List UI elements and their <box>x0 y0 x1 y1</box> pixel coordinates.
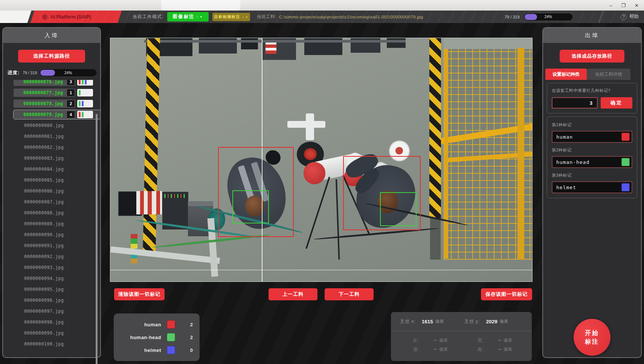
detection-annotation-mode-dropdown[interactable]: 目标检测标注 ▼ <box>212 13 250 21</box>
maximize-icon[interactable]: ❐ <box>621 3 626 8</box>
confirm-button[interactable]: 确定 <box>601 97 632 109</box>
file-list-item[interactable]: 0000000080.jpg <box>14 121 100 130</box>
box-width-value: -- <box>492 338 501 343</box>
mark-name-input[interactable]: human <box>552 131 632 143</box>
file-list-item[interactable]: 0000000100.jpg <box>14 340 100 348</box>
tab-set-mark-types[interactable]: 设置标记种类 <box>545 69 587 80</box>
pixel-unit-label: 像素 <box>435 319 444 324</box>
coordinates-info-panel: 叉丝 x: 1615 像素 叉丝 y: 2029 像素 左: -- 像素 宽: … <box>391 312 532 361</box>
close-icon[interactable]: ✕ <box>635 3 639 8</box>
minimize-icon[interactable]: – <box>609 3 612 8</box>
pixel-unit-label: 像素 <box>504 338 512 343</box>
box-height-value: -- <box>492 347 501 352</box>
file-list-item[interactable]: 0000000088.jpg <box>14 208 100 217</box>
file-list-item[interactable]: 0000000078.jpg2 <box>14 99 100 108</box>
file-list-item[interactable]: 0000000085.jpg <box>14 176 100 185</box>
file-list-item[interactable]: 0000000083.jpg <box>14 154 100 163</box>
progress-count-text: 79 / 319 <box>23 70 37 75</box>
select-output-path-button[interactable]: 选择成品存放路径 <box>560 50 624 63</box>
pixel-unit-label: 像素 <box>504 347 512 352</box>
file-name: 0000000081.jpg <box>24 134 64 139</box>
input-port-title: 入埠 <box>3 28 100 43</box>
save-all-marks-button[interactable]: 保存该图一切标记 <box>481 288 532 300</box>
start-annotation-button[interactable]: 开始 标注 <box>574 319 610 356</box>
bbox-human-head-left[interactable] <box>232 190 269 224</box>
file-list-item[interactable]: 0000000082.jpg <box>14 143 100 152</box>
chevron-down-icon: ▼ <box>243 16 249 18</box>
next-item-button[interactable]: 下一工料 <box>325 288 374 300</box>
photo-fence-post <box>517 48 524 260</box>
file-list-scrollbar[interactable] <box>96 114 98 364</box>
file-list-item[interactable]: 0000000091.jpg <box>14 241 100 250</box>
tab-current-item-detail[interactable]: 当前工料详情 <box>587 69 630 80</box>
file-list-item[interactable]: 0000000098.jpg <box>14 318 100 327</box>
file-name-bubble: 0000000076.jpg3 <box>14 80 75 86</box>
file-name: 0000000086.jpg <box>24 188 64 194</box>
image-annotation-mode-label: 图像标注 <box>173 14 195 20</box>
box-top-value: -- <box>428 347 437 352</box>
bbox-human-head-right[interactable] <box>380 192 417 226</box>
legend-count: 2 <box>190 322 193 327</box>
current-file-bar: 当前工料: C:\simmir-projects\saip\projects\s… <box>257 11 423 23</box>
legend-row: helmet0 <box>114 344 200 356</box>
file-list-item[interactable]: 0000000096.jpg <box>14 296 100 305</box>
brand-banner: AI Platform (SAIP) <box>31 11 122 23</box>
app-bar: AI Platform (SAIP) 当前工作模式: 图像标注 ▼ 目标检测标注… <box>0 11 644 23</box>
mark-name-input[interactable]: human-head <box>552 156 632 168</box>
clear-all-marks-button[interactable]: 清除该图一切标记 <box>114 288 165 300</box>
file-list-item[interactable]: 0000000087.jpg <box>14 197 100 206</box>
previous-item-button[interactable]: 上一工料 <box>269 288 317 300</box>
annotation-color-chip <box>77 100 93 107</box>
sidebar-progress-row: 进度: 79 / 319 24% <box>8 69 96 76</box>
file-list-item[interactable]: 0000000084.jpg <box>14 165 100 174</box>
file-list-item[interactable]: 0000000089.jpg <box>14 219 100 228</box>
crosshair-x-value: 1615 <box>422 319 433 324</box>
mark-color-swatch[interactable] <box>621 183 630 191</box>
mark-count-input[interactable]: 3 <box>552 97 598 109</box>
file-list-item[interactable]: 0000000095.jpg <box>14 285 100 294</box>
file-name: 0000000083.jpg <box>24 156 64 161</box>
file-list-item[interactable]: 0000000094.jpg <box>14 274 100 283</box>
file-name: 0000000087.jpg <box>24 199 64 205</box>
help-button[interactable]: ? 帮助 <box>621 11 639 23</box>
crosshair-horizontal-line <box>110 270 532 271</box>
image-annotation-mode-dropdown[interactable]: 图像标注 ▼ <box>167 12 209 21</box>
annotation-color-chip <box>77 80 93 86</box>
crosshair-y-value: 2029 <box>486 319 497 324</box>
progress-label: 进度: <box>8 70 20 76</box>
progress-percent-label: 24% <box>40 70 96 76</box>
brand-title: AI Platform (SAIP) <box>50 14 91 20</box>
file-list-item[interactable]: 0000000093.jpg <box>14 263 100 272</box>
legend-class-label: human <box>114 322 161 327</box>
file-list[interactable]: 0000000076.jpg30000000077.jpg10000000078… <box>3 80 100 348</box>
file-list-item[interactable]: 0000000099.jpg <box>14 329 100 338</box>
mark-types-group: 第1种标记human第2种标记human-head第3种标记helmet <box>547 116 637 198</box>
mark-color-swatch[interactable] <box>621 158 630 166</box>
file-list-item[interactable]: 0000000076.jpg3 <box>14 80 100 86</box>
file-name: 0000000077.jpg <box>23 90 63 95</box>
brand-logo-icon <box>42 14 47 20</box>
file-name-bubble: 0000000078.jpg2 <box>14 99 75 108</box>
current-file-label: 当前工料: <box>257 14 276 20</box>
file-list-item[interactable]: 0000000077.jpg1 <box>14 88 100 97</box>
file-list-item[interactable]: 0000000090.jpg <box>14 230 100 239</box>
mark-color-swatch[interactable] <box>621 133 630 141</box>
progress-bar: 24% <box>524 14 572 20</box>
select-source-path-button[interactable]: 选择工料源路径 <box>18 50 85 63</box>
photo-robot-head-center <box>395 147 403 154</box>
mark-type-label: 第2种标记 <box>552 147 632 153</box>
crosshair-x-label: 叉丝 x: <box>400 318 416 325</box>
mark-name-input[interactable]: helmet <box>552 181 632 193</box>
file-name: 0000000078.jpg <box>23 101 63 106</box>
file-list-item[interactable]: 0000000092.jpg <box>14 252 100 261</box>
window-controls: – ❐ ✕ <box>609 0 639 11</box>
window-titlebar: – ❐ ✕ <box>0 0 644 11</box>
file-list-item[interactable]: 0000000086.jpg <box>14 187 100 196</box>
file-list-item[interactable]: 0000000081.jpg <box>14 132 100 141</box>
output-port-title: 出埠 <box>543 28 641 43</box>
file-name: 0000000079.jpg <box>23 112 63 117</box>
mark-name-value: human <box>556 134 573 140</box>
annotation-canvas[interactable] <box>110 38 533 282</box>
file-list-item[interactable]: 0000000097.jpg <box>14 307 100 316</box>
file-list-item[interactable]: 0000000079.jpg4 <box>14 110 100 119</box>
